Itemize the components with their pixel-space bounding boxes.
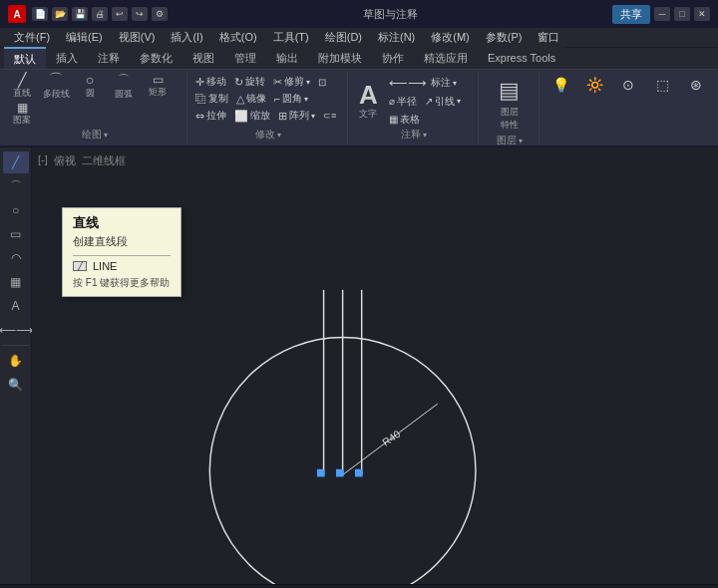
- annotate-group-label[interactable]: 注释 ▾: [355, 128, 472, 142]
- modify-row-2: ⿻复制 △镜像 ⌐圆角 ▾: [192, 91, 343, 107]
- view-tool-2[interactable]: 🔆: [578, 74, 610, 96]
- grip-3[interactable]: [355, 469, 363, 477]
- sidebar-line-tool[interactable]: ╱: [3, 151, 29, 173]
- copy-tool[interactable]: ⿻复制: [192, 91, 231, 107]
- menu-file[interactable]: 文件(F): [6, 30, 58, 45]
- menu-window[interactable]: 窗口: [530, 30, 567, 45]
- share-button[interactable]: 共享: [612, 5, 650, 24]
- polyline-tool[interactable]: ⌒ 多段线: [40, 74, 72, 96]
- minimize-icon[interactable]: ─: [654, 7, 670, 21]
- layer-properties-tool[interactable]: ▤ 图层 特性: [491, 74, 529, 134]
- view-brackets: [-]: [38, 153, 48, 168]
- canvas-area[interactable]: 直线 创建直线段 ╱ LINE 按 F1 键获得更多帮助 R40: [32, 147, 718, 584]
- table-tool[interactable]: ▦表格: [386, 112, 464, 128]
- hatch-tool[interactable]: ▦ 图案: [6, 102, 38, 124]
- sidebar-pan-tool[interactable]: ✋: [3, 350, 29, 372]
- tab-parametric[interactable]: 参数化: [130, 47, 182, 69]
- grip-1[interactable]: [317, 469, 325, 477]
- stretch-tool[interactable]: ⇔拉伸: [192, 108, 229, 124]
- move-tool[interactable]: ✛移动: [192, 74, 229, 90]
- modify-tools: ✛移动 ↻旋转 ✂修剪 ▾ ⊡ ⿻复制 △镜像: [192, 74, 343, 128]
- view-tool-3[interactable]: ⊙: [612, 74, 644, 96]
- tab-annotate[interactable]: 注释: [88, 47, 130, 69]
- save-icon[interactable]: 💾: [72, 7, 88, 21]
- menu-format[interactable]: 格式(O): [211, 30, 265, 45]
- menu-view[interactable]: 视图(V): [111, 30, 164, 45]
- main-area: ╱ ⌒ ○ ▭ ◠ ▦ A ⟵⟶ ✋ 🔍 直线 创建直线段 ╱ LINE 按 F…: [0, 147, 718, 584]
- tab-collab[interactable]: 协作: [372, 47, 414, 69]
- popup-command-text: LINE: [93, 260, 117, 272]
- menu-draw[interactable]: 绘图(D): [317, 30, 370, 45]
- leader-tool[interactable]: ↗引线 ▾: [422, 94, 464, 110]
- tool-popup: 直线 创建直线段 ╱ LINE 按 F1 键获得更多帮助: [62, 207, 181, 297]
- tab-output[interactable]: 输出: [266, 47, 308, 69]
- circle-tool[interactable]: ○ 圆: [74, 74, 106, 96]
- tab-view[interactable]: 视图: [182, 47, 224, 69]
- draw-group: ╱ 直线 ⌒ 多段线 ○ 圆 ⌒ 圆弧 ▭ 矩形 ▦ 图案: [2, 72, 187, 144]
- scale-tool[interactable]: ⬜缩放: [231, 108, 273, 124]
- text-tool[interactable]: A 文字: [355, 80, 382, 123]
- radius-label: R40: [380, 429, 402, 448]
- close-icon[interactable]: ✕: [694, 7, 710, 21]
- menu-insert[interactable]: 插入(I): [163, 30, 210, 45]
- tab-insert[interactable]: 插入: [46, 47, 88, 69]
- new-icon[interactable]: 📄: [32, 7, 48, 21]
- popup-command-row: ╱ LINE: [73, 260, 171, 272]
- layers-group-label[interactable]: 图层 ▾: [486, 134, 533, 147]
- annotate-group: A 文字 ⟵⟶标注 ▾ ⌀半径 ↗引线 ▾ ▦: [349, 72, 479, 144]
- view-tool-1[interactable]: 💡: [544, 74, 576, 96]
- tab-addons[interactable]: 附加模块: [308, 47, 372, 69]
- view-group: 💡 🔆 ⊙ ⬚ ⊛: [540, 72, 716, 144]
- line-tool[interactable]: ╱ 直线: [6, 74, 38, 96]
- settings-icon[interactable]: ⚙: [152, 7, 168, 21]
- tab-default[interactable]: 默认: [4, 47, 46, 69]
- sidebar-circle-tool[interactable]: ○: [3, 199, 29, 221]
- redo-icon[interactable]: ↪: [132, 7, 148, 21]
- radius-tool[interactable]: ⌀半径: [386, 94, 420, 110]
- menu-edit[interactable]: 编辑(E): [58, 30, 111, 45]
- view-tool-5[interactable]: ⊛: [680, 74, 712, 96]
- modify-row-3: ⇔拉伸 ⬜缩放 ⊞阵列 ▾ ⊂≡: [192, 108, 343, 124]
- print-icon[interactable]: 🖨: [92, 7, 108, 21]
- sidebar-arc-tool[interactable]: ◠: [3, 247, 29, 269]
- fillet-tool[interactable]: ⌐圆角 ▾: [271, 91, 311, 107]
- trim-tool[interactable]: ✂修剪 ▾: [270, 74, 313, 90]
- array-tool[interactable]: ⊞阵列 ▾: [275, 108, 318, 124]
- sidebar-rect-tool[interactable]: ▭: [3, 223, 29, 245]
- view-style: 二维线框: [82, 153, 126, 168]
- sidebar-polyline-tool[interactable]: ⌒: [3, 175, 29, 197]
- open-icon[interactable]: 📂: [52, 7, 68, 21]
- arc-tool[interactable]: ⌒ 圆弧: [108, 74, 140, 96]
- trim-extra[interactable]: ⊡: [315, 74, 329, 90]
- undo-icon[interactable]: ↩: [112, 7, 128, 21]
- modify-group-label[interactable]: 修改 ▾: [192, 128, 343, 142]
- mirror-tool[interactable]: △镜像: [233, 91, 269, 107]
- menu-modify[interactable]: 修改(M): [423, 30, 478, 45]
- array-ext[interactable]: ⊂≡: [320, 108, 339, 124]
- draw-group-label[interactable]: 绘图 ▾: [6, 128, 182, 142]
- annotate-sub: ⟵⟶标注 ▾ ⌀半径 ↗引线 ▾ ▦表格: [386, 75, 464, 128]
- toolbar-icons: 📄 📂 💾 🖨 ↩ ↪ ⚙: [32, 7, 168, 21]
- sidebar-hatch-tool[interactable]: ▦: [3, 271, 29, 293]
- app-logo: A: [8, 5, 26, 23]
- view-tool-4[interactable]: ⬚: [646, 74, 678, 96]
- rotate-tool[interactable]: ↻旋转: [231, 74, 268, 90]
- annotate-row: ⌀半径 ↗引线 ▾: [386, 94, 464, 110]
- tab-manage[interactable]: 管理: [224, 47, 266, 69]
- dimension-tool[interactable]: ⟵⟶标注 ▾: [386, 75, 464, 92]
- menu-tools[interactable]: 工具(T): [265, 30, 317, 45]
- layer-tools: ▤ 图层 特性: [486, 74, 533, 134]
- grip-2[interactable]: [336, 469, 344, 477]
- menu-annotate[interactable]: 标注(N): [370, 30, 423, 45]
- ribbon-toolbar: ╱ 直线 ⌒ 多段线 ○ 圆 ⌒ 圆弧 ▭ 矩形 ▦ 图案: [0, 70, 718, 147]
- left-sidebar: ╱ ⌒ ○ ▭ ◠ ▦ A ⟵⟶ ✋ 🔍: [0, 147, 32, 584]
- sidebar-dim-tool[interactable]: ⟵⟶: [3, 319, 29, 341]
- sidebar-text-tool[interactable]: A: [3, 295, 29, 317]
- rect-tool[interactable]: ▭ 矩形: [142, 74, 174, 96]
- menu-params[interactable]: 参数(P): [478, 30, 531, 45]
- tab-featured[interactable]: 精选应用: [414, 47, 478, 69]
- layers-group: ▤ 图层 特性 图层 ▾: [480, 72, 539, 144]
- sidebar-zoom-tool[interactable]: 🔍: [3, 374, 29, 396]
- tab-express-tools[interactable]: Express Tools: [478, 47, 565, 69]
- maximize-icon[interactable]: □: [674, 7, 690, 21]
